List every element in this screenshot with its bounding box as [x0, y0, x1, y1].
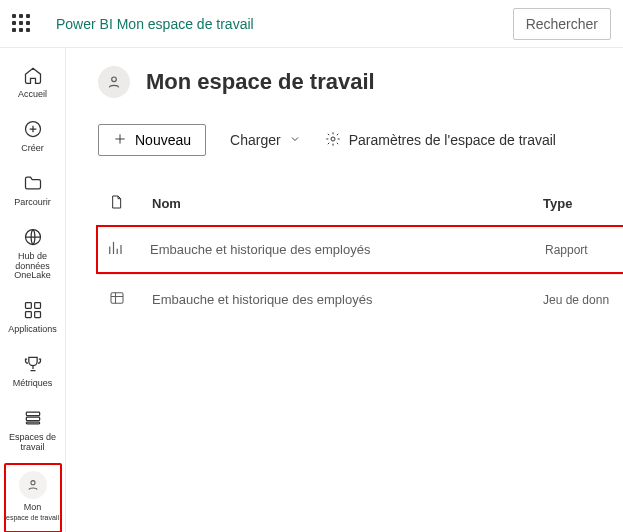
item-type: Jeu de donn	[543, 293, 613, 307]
svg-point-10	[112, 77, 117, 82]
svg-point-11	[331, 137, 335, 141]
app-launcher-icon[interactable]	[12, 14, 32, 34]
sidebar-item-apps[interactable]: Applications	[4, 291, 62, 345]
folder-icon	[22, 172, 44, 194]
sidebar-item-create[interactable]: Créer	[4, 110, 62, 164]
svg-rect-5	[34, 312, 40, 318]
report-icon	[106, 239, 150, 260]
sidebar-label: Parcourir	[14, 198, 51, 208]
svg-rect-3	[34, 303, 40, 309]
plus-icon	[113, 132, 127, 149]
workspaces-icon	[22, 407, 44, 429]
item-name: Embauche et historique des employés	[150, 242, 545, 257]
plus-circle-icon	[22, 118, 44, 140]
file-icon	[108, 194, 152, 213]
person-icon	[19, 471, 47, 499]
globe-icon	[22, 226, 44, 248]
trophy-icon	[22, 353, 44, 375]
new-button[interactable]: Nouveau	[98, 124, 206, 156]
upload-button[interactable]: Charger	[230, 124, 301, 156]
workspace-settings-label: Paramètres de l'espace de travail	[349, 132, 556, 148]
item-type: Rapport	[545, 243, 615, 257]
sidebar-item-metrics[interactable]: Métriques	[4, 345, 62, 399]
svg-rect-12	[111, 293, 123, 304]
sidebar-item-datahub[interactable]: Hub de données OneLake	[4, 218, 62, 292]
svg-rect-2	[25, 303, 31, 309]
upload-button-label: Charger	[230, 132, 281, 148]
sidebar-label: Métriques	[13, 379, 53, 389]
svg-rect-4	[25, 312, 31, 318]
page-title: Mon espace de travail	[146, 69, 375, 95]
new-button-label: Nouveau	[135, 132, 191, 148]
breadcrumb[interactable]: Power BI Mon espace de travail	[56, 16, 254, 32]
svg-rect-8	[26, 422, 39, 424]
dataset-icon	[108, 289, 152, 310]
item-name: Embauche et historique des employés	[152, 292, 543, 307]
column-header-name[interactable]: Nom	[152, 196, 543, 211]
sidebar-item-workspaces[interactable]: Espaces de travail	[4, 399, 62, 463]
svg-rect-6	[26, 412, 39, 415]
list-row[interactable]: Embauche et historique des employés Rapp…	[96, 225, 623, 274]
sidebar-item-home[interactable]: Accueil	[4, 56, 62, 110]
workspace-avatar-icon	[98, 66, 130, 98]
workspace-settings-button[interactable]: Paramètres de l'espace de travail	[325, 124, 556, 156]
sidebar-label: Accueil	[18, 90, 47, 100]
sidebar-item-browse[interactable]: Parcourir	[4, 164, 62, 218]
sidebar-label: Espaces de travail	[4, 433, 62, 453]
sidebar-label: Applications	[8, 325, 57, 335]
svg-rect-7	[26, 417, 39, 420]
search-button[interactable]: Rechercher	[513, 8, 611, 40]
gear-icon	[325, 131, 341, 150]
home-icon	[22, 64, 44, 86]
column-header-type[interactable]: Type	[543, 196, 613, 211]
apps-icon	[22, 299, 44, 321]
svg-point-9	[30, 481, 34, 485]
sidebar-item-my-workspace[interactable]: Mon espace de travail	[4, 463, 62, 532]
sidebar-label: Hub de données OneLake	[4, 252, 62, 282]
sidebar-label: Créer	[21, 144, 44, 154]
sidebar-label: Mon espace de travail	[6, 503, 59, 523]
chevron-down-icon	[289, 132, 301, 148]
list-row[interactable]: Embauche et historique des employés Jeu …	[98, 274, 623, 324]
list-header: Nom Type	[98, 194, 623, 225]
